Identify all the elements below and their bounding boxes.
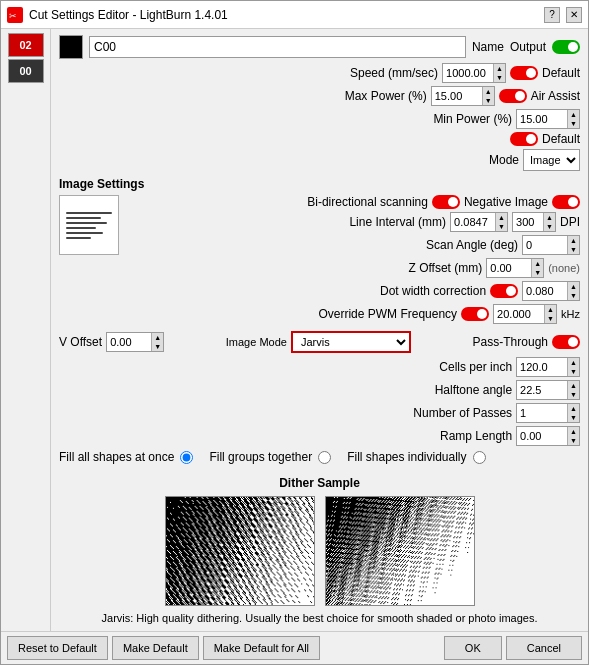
help-button[interactable]: ? — [544, 7, 560, 23]
name-input[interactable] — [89, 36, 466, 58]
cells-per-inch-input[interactable]: ▲ ▼ — [516, 357, 580, 377]
mode-select[interactable]: Image Line Fill — [523, 149, 580, 171]
fill-all-radio[interactable] — [180, 451, 193, 464]
close-button[interactable]: ✕ — [566, 7, 582, 23]
min-power-row: Min Power (%) ▲ ▼ — [59, 109, 580, 129]
air-assist-label: Air Assist — [531, 89, 580, 103]
dpi-up[interactable]: ▲ — [543, 213, 555, 222]
ok-button[interactable]: OK — [444, 636, 502, 660]
halftone-angle-up[interactable]: ▲ — [567, 381, 579, 390]
color-swatch — [59, 35, 83, 59]
dot-width-row: Dot width correction ▲ ▼ — [125, 281, 580, 301]
layer-02-button[interactable]: 02 — [8, 33, 44, 57]
max-power-value[interactable] — [432, 87, 482, 105]
mode-label: Mode — [489, 153, 519, 167]
dither-label: Dither Sample — [59, 476, 580, 490]
ramp-length-value[interactable] — [517, 427, 567, 445]
line-interval-row: Line Interval (mm) ▲ ▼ ▲ — [125, 212, 580, 232]
image-mode-section: Image Mode Jarvis Threshold Ordered Stuc… — [226, 331, 411, 353]
z-offset-down[interactable]: ▼ — [531, 268, 543, 277]
v-offset-input[interactable]: ▲ ▼ — [106, 332, 164, 352]
override-pwm-down[interactable]: ▼ — [544, 314, 556, 323]
dpi-value[interactable] — [513, 213, 543, 231]
speed-input[interactable]: ▲ ▼ — [442, 63, 506, 83]
make-default-all-button[interactable]: Make Default for All — [203, 636, 320, 660]
line-interval-up[interactable]: ▲ — [495, 213, 507, 222]
z-offset-up[interactable]: ▲ — [531, 259, 543, 268]
ramp-length-input[interactable]: ▲ ▼ — [516, 426, 580, 446]
air-assist-toggle[interactable] — [499, 89, 527, 103]
speed-label: Speed (mm/sec) — [350, 66, 438, 80]
scan-angle-down[interactable]: ▼ — [567, 245, 579, 254]
bi-directional-row: Bi-directional scanning Negative Image — [125, 195, 580, 209]
scan-angle-input[interactable]: ▲ ▼ — [522, 235, 580, 255]
z-offset-value[interactable] — [487, 259, 531, 277]
cells-down[interactable]: ▼ — [567, 367, 579, 376]
line-interval-input[interactable]: ▲ ▼ — [450, 212, 508, 232]
v-offset-up[interactable]: ▲ — [151, 333, 163, 342]
fill-individually-radio[interactable] — [473, 451, 486, 464]
image-mode-select[interactable]: Jarvis Threshold Ordered Stucki Floyd-St… — [291, 331, 411, 353]
cells-per-inch-value[interactable] — [517, 358, 567, 376]
max-power-input[interactable]: ▲ ▼ — [431, 86, 495, 106]
z-offset-input[interactable]: ▲ ▼ — [486, 258, 544, 278]
dpi-down[interactable]: ▼ — [543, 222, 555, 231]
cells-per-inch-row: Cells per inch ▲ ▼ — [59, 357, 580, 377]
dot-width-down[interactable]: ▼ — [567, 291, 579, 300]
layer-00-button[interactable]: 00 — [8, 59, 44, 83]
passes-up[interactable]: ▲ — [567, 404, 579, 413]
scan-angle-up[interactable]: ▲ — [567, 236, 579, 245]
speed-default-toggle[interactable] — [510, 66, 538, 80]
dot-width-up[interactable]: ▲ — [567, 282, 579, 291]
halftone-angle-input[interactable]: ▲ ▼ — [516, 380, 580, 400]
default-toggle[interactable] — [510, 132, 538, 146]
v-offset-section: V Offset ▲ ▼ — [59, 332, 164, 352]
line-interval-down[interactable]: ▼ — [495, 222, 507, 231]
min-power-input[interactable]: ▲ ▼ — [516, 109, 580, 129]
image-settings-area: Bi-directional scanning Negative Image L… — [59, 195, 580, 327]
dot-width-toggle[interactable] — [490, 284, 518, 298]
speed-up-arrow[interactable]: ▲ — [493, 64, 505, 73]
negative-image-toggle[interactable] — [552, 195, 580, 209]
min-power-label: Min Power (%) — [433, 112, 512, 126]
bi-directional-toggle[interactable] — [432, 195, 460, 209]
override-pwm-input[interactable]: ▲ ▼ — [493, 304, 557, 324]
line-interval-value[interactable] — [451, 213, 495, 231]
override-pwm-label: Override PWM Frequency — [318, 307, 457, 321]
output-toggle[interactable] — [552, 40, 580, 54]
cancel-button[interactable]: Cancel — [506, 636, 582, 660]
halftone-angle-down[interactable]: ▼ — [567, 390, 579, 399]
passes-input[interactable]: ▲ ▼ — [516, 403, 580, 423]
ramp-length-down[interactable]: ▼ — [567, 436, 579, 445]
footer: Reset to Default Make Default Make Defau… — [1, 631, 588, 664]
min-power-value[interactable] — [517, 110, 567, 128]
ramp-length-up[interactable]: ▲ — [567, 427, 579, 436]
override-pwm-up[interactable]: ▲ — [544, 305, 556, 314]
default-row: Default — [59, 132, 580, 146]
halftone-angle-value[interactable] — [517, 381, 567, 399]
speed-down-arrow[interactable]: ▼ — [493, 73, 505, 82]
reset-button[interactable]: Reset to Default — [7, 636, 108, 660]
override-pwm-value[interactable] — [494, 305, 544, 323]
dot-width-value[interactable] — [523, 282, 567, 300]
passes-value[interactable] — [517, 404, 567, 422]
min-power-down-arrow[interactable]: ▼ — [567, 119, 579, 128]
dither-images — [59, 496, 580, 606]
max-power-up-arrow[interactable]: ▲ — [482, 87, 494, 96]
dpi-input[interactable]: ▲ ▼ — [512, 212, 556, 232]
line-interval-label: Line Interval (mm) — [349, 215, 446, 229]
v-offset-value[interactable] — [107, 333, 151, 351]
min-power-up-arrow[interactable]: ▲ — [567, 110, 579, 119]
v-offset-down[interactable]: ▼ — [151, 342, 163, 351]
dot-width-input[interactable]: ▲ ▼ — [522, 281, 580, 301]
pass-through-toggle[interactable] — [552, 335, 580, 349]
fill-groups-radio[interactable] — [318, 451, 331, 464]
max-power-down-arrow[interactable]: ▼ — [482, 96, 494, 105]
passes-down[interactable]: ▼ — [567, 413, 579, 422]
override-pwm-toggle[interactable] — [461, 307, 489, 321]
scan-angle-value[interactable] — [523, 236, 567, 254]
window-title: Cut Settings Editor - LightBurn 1.4.01 — [29, 8, 538, 22]
cells-up[interactable]: ▲ — [567, 358, 579, 367]
make-default-button[interactable]: Make Default — [112, 636, 199, 660]
speed-value[interactable] — [443, 64, 493, 82]
